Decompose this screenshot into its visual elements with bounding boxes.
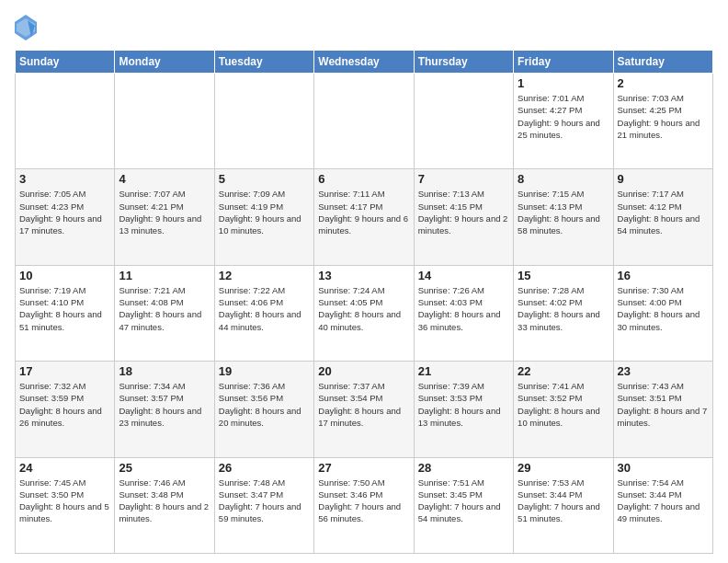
day-number: 24 (19, 461, 110, 475)
day-number: 27 (318, 461, 409, 475)
calendar-cell: 28Sunrise: 7:51 AM Sunset: 3:45 PM Dayli… (414, 457, 513, 553)
day-info: Sunrise: 7:39 AM Sunset: 3:53 PM Dayligh… (418, 380, 509, 429)
day-info: Sunrise: 7:11 AM Sunset: 4:17 PM Dayligh… (318, 188, 409, 236)
day-number: 6 (318, 172, 409, 186)
calendar-cell: 17Sunrise: 7:32 AM Sunset: 3:59 PM Dayli… (16, 362, 115, 457)
day-info: Sunrise: 7:32 AM Sunset: 3:59 PM Dayligh… (19, 380, 110, 429)
calendar-cell: 22Sunrise: 7:41 AM Sunset: 3:52 PM Dayli… (514, 362, 613, 457)
day-number: 11 (119, 269, 210, 282)
day-number: 10 (19, 269, 110, 282)
logo-icon (15, 15, 37, 40)
calendar-cell: 10Sunrise: 7:19 AM Sunset: 4:10 PM Dayli… (16, 265, 115, 361)
calendar-cell: 13Sunrise: 7:24 AM Sunset: 4:05 PM Dayli… (314, 265, 414, 361)
calendar-cell (314, 74, 414, 169)
calendar-cell (214, 74, 313, 169)
calendar-cell (414, 74, 513, 169)
day-info: Sunrise: 7:37 AM Sunset: 3:54 PM Dayligh… (318, 380, 409, 429)
day-number: 29 (518, 461, 609, 475)
day-number: 16 (618, 269, 709, 282)
calendar-cell: 29Sunrise: 7:53 AM Sunset: 3:44 PM Dayli… (514, 457, 613, 553)
calendar-cell: 25Sunrise: 7:46 AM Sunset: 3:48 PM Dayli… (115, 457, 214, 553)
calendar-cell: 16Sunrise: 7:30 AM Sunset: 4:00 PM Dayli… (613, 265, 712, 361)
calendar-cell: 20Sunrise: 7:37 AM Sunset: 3:54 PM Dayli… (314, 362, 414, 457)
calendar-cell: 27Sunrise: 7:50 AM Sunset: 3:46 PM Dayli… (314, 457, 414, 553)
day-info: Sunrise: 7:13 AM Sunset: 4:15 PM Dayligh… (418, 188, 509, 236)
weekday-header-sunday: Sunday (16, 51, 115, 74)
calendar-cell: 9Sunrise: 7:17 AM Sunset: 4:12 PM Daylig… (613, 169, 712, 265)
header (15, 15, 713, 40)
day-number: 19 (219, 364, 310, 378)
day-number: 22 (518, 364, 609, 378)
day-number: 20 (318, 364, 409, 378)
day-number: 18 (119, 364, 210, 378)
calendar-cell: 7Sunrise: 7:13 AM Sunset: 4:15 PM Daylig… (414, 169, 513, 265)
calendar-cell: 12Sunrise: 7:22 AM Sunset: 4:06 PM Dayli… (214, 265, 313, 361)
day-info: Sunrise: 7:30 AM Sunset: 4:00 PM Dayligh… (618, 284, 709, 333)
day-number: 21 (418, 364, 509, 378)
calendar-cell: 21Sunrise: 7:39 AM Sunset: 3:53 PM Dayli… (414, 362, 513, 457)
calendar-cell (115, 74, 214, 169)
day-info: Sunrise: 7:46 AM Sunset: 3:48 PM Dayligh… (119, 477, 210, 525)
day-info: Sunrise: 7:48 AM Sunset: 3:47 PM Dayligh… (219, 477, 310, 525)
day-info: Sunrise: 7:28 AM Sunset: 4:02 PM Dayligh… (518, 284, 609, 333)
day-number: 30 (618, 461, 709, 475)
day-number: 13 (318, 269, 409, 282)
day-info: Sunrise: 7:36 AM Sunset: 3:56 PM Dayligh… (219, 380, 310, 429)
weekday-header-saturday: Saturday (613, 51, 712, 74)
day-number: 15 (518, 269, 609, 282)
calendar-cell: 26Sunrise: 7:48 AM Sunset: 3:47 PM Dayli… (214, 457, 313, 553)
weekday-header-thursday: Thursday (414, 51, 513, 74)
day-info: Sunrise: 7:17 AM Sunset: 4:12 PM Dayligh… (618, 188, 709, 236)
calendar-cell: 23Sunrise: 7:43 AM Sunset: 3:51 PM Dayli… (613, 362, 712, 457)
day-number: 1 (518, 76, 609, 90)
day-number: 23 (618, 364, 709, 378)
day-number: 2 (618, 76, 709, 90)
day-number: 7 (418, 172, 509, 186)
calendar-cell: 5Sunrise: 7:09 AM Sunset: 4:19 PM Daylig… (214, 169, 313, 265)
day-info: Sunrise: 7:22 AM Sunset: 4:06 PM Dayligh… (219, 284, 310, 333)
day-number: 26 (219, 461, 310, 475)
calendar-cell: 8Sunrise: 7:15 AM Sunset: 4:13 PM Daylig… (514, 169, 613, 265)
day-number: 28 (418, 461, 509, 475)
day-number: 3 (19, 172, 110, 186)
weekday-header-monday: Monday (115, 51, 214, 74)
weekday-header-wednesday: Wednesday (314, 51, 414, 74)
calendar-cell: 14Sunrise: 7:26 AM Sunset: 4:03 PM Dayli… (414, 265, 513, 361)
weekday-header-row: SundayMondayTuesdayWednesdayThursdayFrid… (16, 51, 713, 74)
calendar-cell: 11Sunrise: 7:21 AM Sunset: 4:08 PM Dayli… (115, 265, 214, 361)
calendar-cell: 3Sunrise: 7:05 AM Sunset: 4:23 PM Daylig… (16, 169, 115, 265)
day-info: Sunrise: 7:54 AM Sunset: 3:44 PM Dayligh… (618, 477, 709, 525)
calendar-cell: 4Sunrise: 7:07 AM Sunset: 4:21 PM Daylig… (115, 169, 214, 265)
day-info: Sunrise: 7:07 AM Sunset: 4:21 PM Dayligh… (119, 188, 210, 236)
day-info: Sunrise: 7:21 AM Sunset: 4:08 PM Dayligh… (119, 284, 210, 333)
day-info: Sunrise: 7:09 AM Sunset: 4:19 PM Dayligh… (219, 188, 310, 236)
day-number: 17 (19, 364, 110, 378)
day-number: 14 (418, 269, 509, 282)
calendar-cell: 19Sunrise: 7:36 AM Sunset: 3:56 PM Dayli… (214, 362, 313, 457)
calendar-cell: 1Sunrise: 7:01 AM Sunset: 4:27 PM Daylig… (514, 74, 613, 169)
day-number: 5 (219, 172, 310, 186)
weekday-header-friday: Friday (514, 51, 613, 74)
day-info: Sunrise: 7:03 AM Sunset: 4:25 PM Dayligh… (618, 92, 709, 141)
day-info: Sunrise: 7:41 AM Sunset: 3:52 PM Dayligh… (518, 380, 609, 429)
page: SundayMondayTuesdayWednesdayThursdayFrid… (0, 0, 728, 563)
week-row-5: 24Sunrise: 7:45 AM Sunset: 3:50 PM Dayli… (16, 457, 713, 553)
day-number: 4 (119, 172, 210, 186)
day-info: Sunrise: 7:05 AM Sunset: 4:23 PM Dayligh… (19, 188, 110, 236)
calendar-cell: 6Sunrise: 7:11 AM Sunset: 4:17 PM Daylig… (314, 169, 414, 265)
day-number: 9 (618, 172, 709, 186)
day-number: 12 (219, 269, 310, 282)
calendar-cell (16, 74, 115, 169)
day-info: Sunrise: 7:43 AM Sunset: 3:51 PM Dayligh… (618, 380, 709, 429)
week-row-2: 3Sunrise: 7:05 AM Sunset: 4:23 PM Daylig… (16, 169, 713, 265)
week-row-1: 1Sunrise: 7:01 AM Sunset: 4:27 PM Daylig… (16, 74, 713, 169)
day-number: 8 (518, 172, 609, 186)
calendar-cell: 15Sunrise: 7:28 AM Sunset: 4:02 PM Dayli… (514, 265, 613, 361)
day-info: Sunrise: 7:15 AM Sunset: 4:13 PM Dayligh… (518, 188, 609, 236)
day-info: Sunrise: 7:53 AM Sunset: 3:44 PM Dayligh… (518, 477, 609, 525)
calendar-table: SundayMondayTuesdayWednesdayThursdayFrid… (15, 50, 713, 554)
day-info: Sunrise: 7:01 AM Sunset: 4:27 PM Dayligh… (518, 92, 609, 141)
day-info: Sunrise: 7:50 AM Sunset: 3:46 PM Dayligh… (318, 477, 409, 525)
calendar-cell: 2Sunrise: 7:03 AM Sunset: 4:25 PM Daylig… (613, 74, 712, 169)
day-number: 25 (119, 461, 210, 475)
